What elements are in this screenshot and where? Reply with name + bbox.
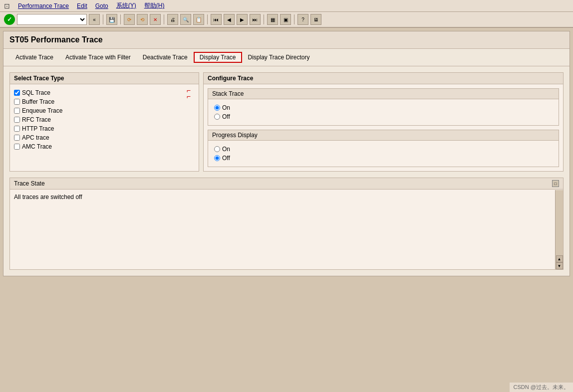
command-dropdown[interactable] (17, 14, 87, 25)
progress-display-body: On Off (208, 141, 559, 167)
progress-display-off-option[interactable]: Off (214, 154, 553, 163)
extended-find-button[interactable]: 📋 (193, 14, 204, 25)
stack-trace-off-option[interactable]: Off (214, 112, 553, 121)
stack-trace-on-radio[interactable] (214, 105, 220, 111)
sql-trace-checkbox[interactable] (14, 90, 20, 96)
checkbox-sql-trace[interactable]: SQL Trace (14, 88, 195, 97)
tab-display-trace[interactable]: Display Trace (194, 52, 242, 63)
checkbox-apc-trace[interactable]: APC trace (14, 133, 195, 142)
next-page-button[interactable]: ▶ (237, 14, 248, 25)
checkbox-http-trace[interactable]: HTTP Trace (14, 124, 195, 133)
trace-state-message: All traces are switched off (14, 194, 559, 200)
checkbox-buffer-trace[interactable]: Buffer Trace (14, 97, 195, 106)
stack-trace-body: On Off (208, 99, 559, 125)
amc-trace-checkbox[interactable] (14, 144, 20, 150)
toolbar-separator-6 (294, 14, 294, 24)
bracket-bottom-right: ⌐ (187, 92, 191, 100)
panels-container: Select Trace Type SQL Trace ⌐ ⌐ Buffer T… (3, 66, 570, 178)
stack-trace-on-option[interactable]: On (214, 103, 553, 112)
stack-trace-panel: Stack Trace On Off (208, 88, 559, 126)
stack-trace-on-label: On (222, 104, 230, 111)
progress-display-on-radio[interactable] (214, 146, 220, 152)
progress-display-header: Progress Display (208, 130, 559, 141)
layout-btn1[interactable]: ▦ (267, 14, 278, 25)
progress-display-on-option[interactable]: On (214, 145, 553, 154)
apc-trace-checkbox[interactable] (14, 135, 20, 141)
back-button[interactable]: « (89, 14, 100, 25)
enqueue-trace-checkbox[interactable] (14, 108, 20, 114)
right-panel-header: Configure Trace (204, 73, 563, 84)
tab-activate-trace-filter[interactable]: Activate Trace with Filter (59, 52, 137, 63)
progress-display-panel: Progress Display On Off (208, 130, 559, 167)
trace-state-title: Trace State (14, 180, 45, 187)
toolbar-separator-2 (120, 14, 121, 24)
toolbar-separator-3 (164, 14, 164, 24)
progress-display-off-label: Off (222, 155, 230, 162)
tab-activate-trace[interactable]: Activate Trace (9, 52, 59, 63)
scrollbar-area: ▲ ▼ (555, 190, 563, 269)
scroll-down-button[interactable]: ▼ (556, 262, 563, 269)
progress-display-off-radio[interactable] (214, 155, 220, 161)
prev-page-button[interactable]: ◀ (224, 14, 235, 25)
tab-deactivate-trace[interactable]: Deactivate Trace (137, 52, 194, 63)
undo-button[interactable]: ⟲ (137, 14, 148, 25)
trace-state-section: Trace State □ All traces are switched of… (9, 178, 564, 270)
toolbar-separator-1 (103, 14, 103, 24)
maximize-button[interactable]: □ (552, 180, 559, 187)
menu-goto[interactable]: Goto (95, 2, 108, 9)
left-panel-header: Select Trace Type (10, 73, 199, 84)
buffer-trace-checkbox[interactable] (14, 99, 20, 105)
refresh-button[interactable]: ⟳ (124, 14, 135, 25)
trace-state-body: All traces are switched off (10, 190, 563, 269)
nav-tabs: Activate Trace Activate Trace with Filte… (3, 49, 570, 66)
page-title: ST05 Performance Trace (9, 35, 564, 44)
trace-state-header: Trace State □ (10, 178, 563, 190)
progress-display-on-label: On (222, 146, 230, 153)
checkbox-rfc-trace[interactable]: RFC Trace (14, 115, 195, 124)
first-page-button[interactable]: ⏮ (211, 14, 222, 25)
rfc-trace-label: RFC Trace (22, 116, 51, 123)
menu-help[interactable]: 帮助(H) (144, 1, 165, 10)
stop-button[interactable]: ✕ (150, 14, 161, 25)
checkbox-amc-trace[interactable]: AMC Trace (14, 142, 195, 151)
confirm-button[interactable]: ✓ (4, 14, 15, 25)
find-button[interactable]: 🔍 (180, 14, 191, 25)
sql-trace-label: SQL Trace (22, 89, 50, 96)
menu-performance-trace[interactable]: Performance Trace (18, 2, 69, 9)
checkbox-enqueue-trace[interactable]: Enqueue Trace (14, 106, 195, 115)
print-button[interactable]: 🖨 (167, 14, 178, 25)
toolbar-separator-4 (207, 14, 208, 24)
scroll-up-button[interactable]: ▲ (556, 255, 563, 262)
toolbar-separator-5 (264, 14, 264, 24)
http-trace-checkbox[interactable] (14, 126, 20, 132)
buffer-trace-label: Buffer Trace (22, 98, 54, 105)
rfc-trace-checkbox[interactable] (14, 117, 20, 123)
toolbar: ✓ « 💾 ⟳ ⟲ ✕ 🖨 🔍 📋 ⏮ ◀ ▶ ⏭ ▦ ▣ ? 🖥 (0, 12, 573, 28)
main-content: ST05 Performance Trace Activate Trace Ac… (3, 31, 570, 276)
tab-display-trace-directory[interactable]: Display Trace Directory (242, 52, 316, 63)
left-panel: Select Trace Type SQL Trace ⌐ ⌐ Buffer T… (9, 72, 199, 172)
http-trace-label: HTTP Trace (22, 125, 54, 132)
last-page-button[interactable]: ⏭ (250, 14, 261, 25)
save-button[interactable]: 💾 (106, 14, 117, 25)
page-title-bar: ST05 Performance Trace (3, 31, 570, 49)
layout-btn2[interactable]: ▣ (280, 14, 291, 25)
amc-trace-label: AMC Trace (22, 143, 52, 150)
app-icon: ⊡ (4, 2, 10, 10)
help-button[interactable]: ? (297, 14, 308, 25)
stack-trace-off-label: Off (222, 113, 230, 120)
enqueue-trace-label: Enqueue Trace (22, 107, 62, 114)
left-panel-body: SQL Trace ⌐ ⌐ Buffer Trace Enqueue Trace… (10, 84, 199, 155)
menu-system[interactable]: 系统(Y) (116, 1, 136, 10)
right-panel: Configure Trace Stack Trace On Off (203, 72, 564, 172)
stack-trace-off-radio[interactable] (214, 114, 220, 120)
apc-trace-label: APC trace (22, 134, 49, 141)
stack-trace-header: Stack Trace (208, 89, 559, 99)
monitor-button[interactable]: 🖥 (310, 14, 321, 25)
menu-edit[interactable]: Edit (77, 2, 87, 9)
menu-bar: ⊡ Performance Trace Edit Goto 系统(Y) 帮助(H… (0, 0, 573, 12)
